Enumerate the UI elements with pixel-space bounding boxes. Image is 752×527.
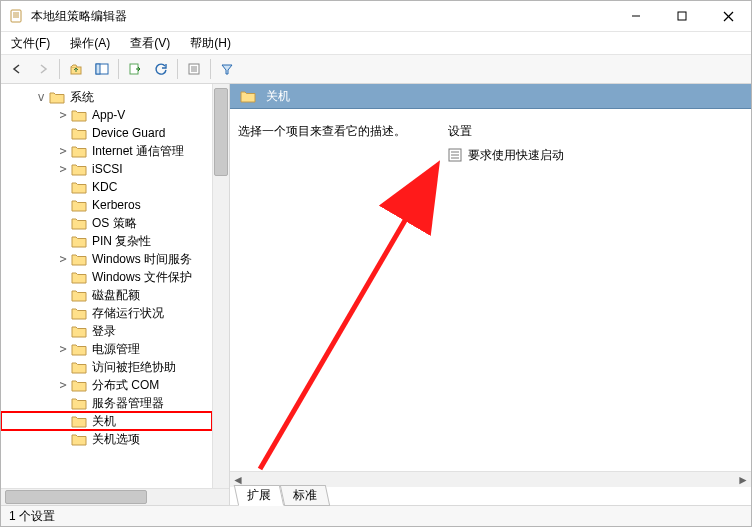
tree-node-label: 存储运行状况 <box>91 305 165 322</box>
collapse-icon[interactable]: v <box>35 90 47 104</box>
properties-button[interactable] <box>182 57 206 81</box>
settings-column-header: 设置 <box>448 123 718 140</box>
toolbar-separator <box>118 59 119 79</box>
scroll-right-icon[interactable]: ► <box>735 473 751 487</box>
tree-node-label: Windows 文件保护 <box>91 269 193 286</box>
svg-rect-5 <box>678 12 686 20</box>
policy-icon <box>448 148 462 162</box>
maximize-button[interactable] <box>659 1 705 31</box>
close-button[interactable] <box>705 1 751 31</box>
tree-node-label: 分布式 COM <box>91 377 160 394</box>
expand-icon[interactable]: > <box>57 108 69 122</box>
tree-node[interactable]: >分布式 COM <box>1 376 212 394</box>
tree-node-label: Device Guard <box>91 126 166 140</box>
menu-view[interactable]: 查看(V) <box>126 33 174 54</box>
tree-vertical-scrollbar[interactable] <box>212 84 229 488</box>
window-title: 本地组策略编辑器 <box>31 8 613 25</box>
tree-pane: v系统>App-V>Device Guard>Internet 通信管理>iSC… <box>1 84 230 505</box>
tree-node[interactable]: >Internet 通信管理 <box>1 142 212 160</box>
tree-node-label: 访问被拒绝协助 <box>91 359 177 376</box>
tree-node-label: 系统 <box>69 89 95 106</box>
back-button[interactable] <box>5 57 29 81</box>
minimize-button[interactable] <box>613 1 659 31</box>
details-header-title: 关机 <box>266 88 290 105</box>
tree-node[interactable]: >关机 <box>1 412 212 430</box>
svg-rect-10 <box>96 64 100 74</box>
export-button[interactable] <box>123 57 147 81</box>
settings-column: 设置 要求使用快速启动 <box>448 123 718 164</box>
tree-node-label: Windows 时间服务 <box>91 251 193 268</box>
tree-node-label: 服务器管理器 <box>91 395 165 412</box>
tree-node[interactable]: >Kerberos <box>1 196 212 214</box>
titlebar: 本地组策略编辑器 <box>1 1 751 32</box>
window-controls <box>613 1 751 31</box>
details-body: 选择一个项目来查看它的描述。 设置 要求使用快速启动 <box>230 109 751 471</box>
tree-node-label: 磁盘配额 <box>91 287 141 304</box>
menu-help[interactable]: 帮助(H) <box>186 33 235 54</box>
tree-node-root[interactable]: v系统 <box>1 88 212 106</box>
setting-label: 要求使用快速启动 <box>468 147 564 164</box>
tree-node[interactable]: >Windows 时间服务 <box>1 250 212 268</box>
tree-node-label: KDC <box>91 180 118 194</box>
description-text: 选择一个项目来查看它的描述。 <box>238 123 406 140</box>
refresh-button[interactable] <box>149 57 173 81</box>
show-hide-tree-button[interactable] <box>90 57 114 81</box>
statusbar: 1 个设置 <box>1 505 751 526</box>
tree-node[interactable]: >OS 策略 <box>1 214 212 232</box>
tree-node[interactable]: >访问被拒绝协助 <box>1 358 212 376</box>
expand-icon[interactable]: > <box>57 378 69 392</box>
gpedit-window: 本地组策略编辑器 文件(F) 操作(A) 查看(V) 帮助(H) <box>0 0 752 527</box>
menubar: 文件(F) 操作(A) 查看(V) 帮助(H) <box>1 32 751 55</box>
tab-standard[interactable]: 标准 <box>280 485 330 506</box>
tree-node[interactable]: >Windows 文件保护 <box>1 268 212 286</box>
tree-node[interactable]: >iSCSI <box>1 160 212 178</box>
detail-tabs: 扩展 标准 <box>230 487 751 505</box>
details-pane: 关机 选择一个项目来查看它的描述。 设置 要求使用快速启动 <box>230 84 751 505</box>
tree-node[interactable]: >App-V <box>1 106 212 124</box>
tree-node-label: PIN 复杂性 <box>91 233 152 250</box>
setting-item[interactable]: 要求使用快速启动 <box>448 146 718 164</box>
expand-icon[interactable]: > <box>57 342 69 356</box>
tree-node-label: OS 策略 <box>91 215 138 232</box>
toolbar-separator <box>177 59 178 79</box>
details-header: 关机 <box>230 84 751 109</box>
folder-icon <box>240 89 256 103</box>
expand-icon[interactable]: > <box>57 252 69 266</box>
tree-view[interactable]: v系统>App-V>Device Guard>Internet 通信管理>iSC… <box>1 84 212 488</box>
toolbar <box>1 55 751 84</box>
expand-icon[interactable]: > <box>57 162 69 176</box>
tree-node-label: 电源管理 <box>91 341 141 358</box>
tree-node[interactable]: >服务器管理器 <box>1 394 212 412</box>
tree-node-label: Kerberos <box>91 198 142 212</box>
tree-node-label: Internet 通信管理 <box>91 143 185 160</box>
tree-node[interactable]: >电源管理 <box>1 340 212 358</box>
up-button[interactable] <box>64 57 88 81</box>
tree-node[interactable]: >PIN 复杂性 <box>1 232 212 250</box>
tree-horizontal-scrollbar[interactable] <box>1 488 229 505</box>
tab-extended[interactable]: 扩展 <box>234 485 284 506</box>
expand-icon[interactable]: > <box>57 144 69 158</box>
tree-node-label: iSCSI <box>91 162 124 176</box>
status-text: 1 个设置 <box>9 508 55 525</box>
svg-line-20 <box>260 169 435 469</box>
tree-node[interactable]: >登录 <box>1 322 212 340</box>
tree-node[interactable]: >关机选项 <box>1 430 212 448</box>
tree-node[interactable]: >存储运行状况 <box>1 304 212 322</box>
tree-node[interactable]: >Device Guard <box>1 124 212 142</box>
svg-rect-0 <box>11 10 21 22</box>
tree-node[interactable]: >KDC <box>1 178 212 196</box>
tree-node-label: 登录 <box>91 323 117 340</box>
toolbar-separator <box>210 59 211 79</box>
menu-file[interactable]: 文件(F) <box>7 33 54 54</box>
tree-node[interactable]: >磁盘配额 <box>1 286 212 304</box>
tree-node-label: App-V <box>91 108 126 122</box>
menu-action[interactable]: 操作(A) <box>66 33 114 54</box>
tree-node-label: 关机 <box>91 413 117 430</box>
tree-node-label: 关机选项 <box>91 431 141 448</box>
filter-button[interactable] <box>215 57 239 81</box>
toolbar-separator <box>59 59 60 79</box>
forward-button[interactable] <box>31 57 55 81</box>
app-icon <box>9 8 25 24</box>
main-area: v系统>App-V>Device Guard>Internet 通信管理>iSC… <box>1 84 751 505</box>
